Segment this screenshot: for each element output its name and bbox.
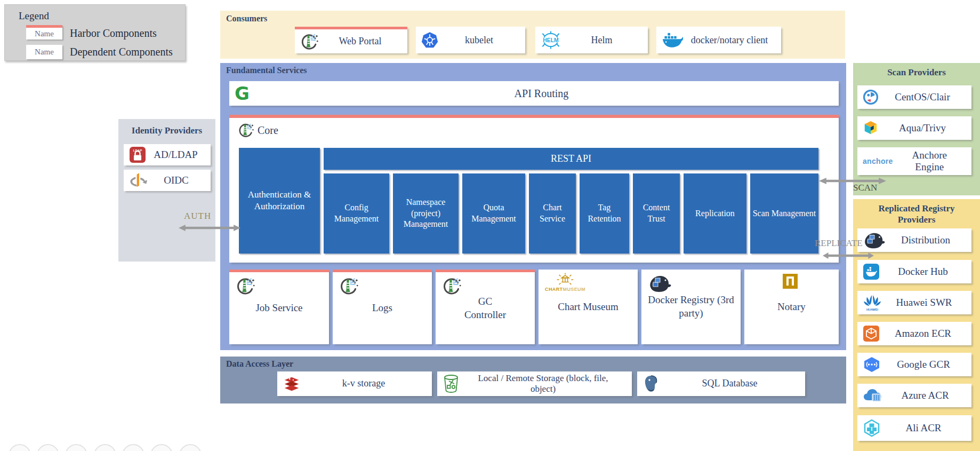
legend-dependent-label: Dependent Components xyxy=(70,46,173,58)
docker-hub-label: Docker Hub xyxy=(880,266,966,278)
kv-storage-label: k-v storage xyxy=(301,378,427,390)
registry-whale-icon xyxy=(648,274,671,293)
azure-acr-label: Azure ACR xyxy=(884,390,966,401)
web-portal-box: Web Portal xyxy=(295,27,407,53)
helm-label: Helm xyxy=(561,35,642,46)
logs-box: Logs xyxy=(333,270,432,344)
docker-registry-box: Docker Registry (3rd party) xyxy=(641,270,741,344)
openid-icon xyxy=(129,172,147,188)
replicate-arrow-label: REPLICATE xyxy=(815,238,863,249)
kubelet-box: kubelet xyxy=(416,27,525,53)
chart-museum-label: Chart Museum xyxy=(558,300,618,314)
docker-notary-client-label: docker/notary client xyxy=(683,35,776,46)
job-service-label: Job Service xyxy=(255,302,302,315)
ali-acr-icon xyxy=(863,419,881,437)
scan-providers-panel: Scan Providers CentOS/Clair xyxy=(853,63,980,195)
amazon-ecr-icon xyxy=(863,325,880,342)
legend-dependent-chip: Name xyxy=(26,45,62,59)
gc-controller-box: GC Controller xyxy=(436,270,535,344)
api-routing-label: API Routing xyxy=(250,88,833,100)
centos-clair-box: CentOS/Clair xyxy=(857,85,971,109)
harbor-icon xyxy=(339,276,358,296)
harbor-icon xyxy=(300,33,318,51)
legend-chip-label: Name xyxy=(35,48,54,57)
distribution-whale-icon xyxy=(863,231,885,250)
ad-ldap-label: AD/LDAP xyxy=(146,149,205,161)
legend-panel: Legend Name Harbor Components Name Depen… xyxy=(4,4,186,61)
helm-box: HELM Helm xyxy=(535,27,648,53)
svg-text:HELM: HELM xyxy=(543,37,558,43)
kubelet-label: kubelet xyxy=(438,35,520,46)
harbor-architecture-diagram: Legend Name Harbor Components Name Depen… xyxy=(0,0,980,451)
ldap-icon: LDAP xyxy=(129,146,146,163)
identity-providers-panel: Identity Providers LDAP AD/LDAP xyxy=(118,119,215,262)
storage-bucket-icon xyxy=(443,374,460,393)
huawei-icon: HUAWEI xyxy=(863,294,882,311)
identity-providers-title: Identity Providers xyxy=(118,125,215,136)
fundamental-services-title: Fundamental Services xyxy=(226,66,307,75)
authentication-authorization-box: Authentication & Authorization xyxy=(239,148,320,254)
module-tag-retention: Tag Retention xyxy=(580,173,629,254)
azure-acr-icon xyxy=(863,387,884,403)
huawei-swr-label: Huawei SWR xyxy=(882,297,966,308)
kv-storage-box: k-v storage xyxy=(277,371,432,396)
oidc-box: OIDC xyxy=(124,170,211,191)
notary-box: Notary xyxy=(744,270,839,344)
docker-hub-icon xyxy=(863,263,880,280)
distribution-label: Distribution xyxy=(885,234,966,246)
amazon-ecr-label: Amazon ECR xyxy=(880,328,966,339)
scan-arrow-label: SCAN xyxy=(853,183,877,193)
sql-database-label: SQL Database xyxy=(660,378,800,390)
local-remote-storage-label: Local / Remote Storage (block, file, obj… xyxy=(471,373,615,395)
ali-acr-label: Ali ACR xyxy=(881,422,966,434)
sql-database-box: SQL Database xyxy=(637,371,805,396)
aqua-trivy-box: Aqua/Trivy xyxy=(857,116,971,140)
core-label: Core xyxy=(258,124,278,137)
data-access-layer-panel: Data Access Layer k-v storage xyxy=(220,357,846,403)
kubernetes-icon xyxy=(421,31,438,49)
oidc-label: OIDC xyxy=(147,175,205,186)
legend-harbor-chip: Name xyxy=(26,25,62,39)
svg-text:HUAWEI: HUAWEI xyxy=(866,308,878,311)
clair-icon xyxy=(863,89,879,105)
docker-icon xyxy=(662,32,683,48)
module-content-trust: Content Trust xyxy=(633,173,680,254)
core-header: Core xyxy=(238,122,278,138)
consumers-title: Consumers xyxy=(226,14,267,23)
huawei-swr-box: HUAWEI Huawei SWR xyxy=(857,291,971,314)
replicate-arrow xyxy=(823,251,874,260)
google-gcr-box: Google GCR xyxy=(857,353,971,376)
legend-title: Legend xyxy=(19,10,49,22)
auth-arrow xyxy=(179,224,240,232)
google-gcr-label: Google GCR xyxy=(881,359,966,370)
core-modules-row: Config Management Namespace (project) Ma… xyxy=(324,173,818,254)
docker-registry-label: Docker Registry (3rd party) xyxy=(646,294,736,320)
harbor-icon xyxy=(442,276,461,296)
bottom-thumbnail-circles xyxy=(0,438,224,451)
legend-harbor-label: Harbor Components xyxy=(70,27,157,39)
module-chart-service: Chart Service xyxy=(529,173,576,254)
module-namespace-management: Namespace (project) Management xyxy=(393,173,459,254)
anchore-engine-box: anchore Anchore Engine xyxy=(857,147,971,175)
redis-icon xyxy=(283,376,301,392)
auth-arrow-label: AUTH xyxy=(184,211,211,221)
notary-icon xyxy=(783,274,798,289)
core-box: Core Authentication & Authorization REST… xyxy=(229,115,839,263)
ad-ldap-box: LDAP AD/LDAP xyxy=(124,144,211,165)
anchore-icon: anchore xyxy=(863,157,893,165)
distribution-box: Distribution xyxy=(857,228,971,252)
gc-controller-label: GC Controller xyxy=(459,295,512,321)
harbor-icon xyxy=(236,276,255,296)
scan-providers-title: Scan Providers xyxy=(853,67,980,78)
module-replication: Replication xyxy=(684,173,746,254)
replicated-registry-providers-panel: Replicated Registry Providers Distributi… xyxy=(853,199,980,451)
rest-api-bar: REST API xyxy=(324,148,818,170)
legend-chip-label: Name xyxy=(35,29,54,38)
centos-clair-label: CentOS/Clair xyxy=(879,91,966,103)
replicated-registry-providers-title: Replicated Registry Providers xyxy=(863,203,970,226)
module-config-management: Config Management xyxy=(324,173,389,254)
module-scan-management: Scan Management xyxy=(750,173,818,254)
module-quota-management: Quota Management xyxy=(462,173,525,254)
chartmuseum-icon: CHARTMUSEUM xyxy=(545,273,585,292)
google-gcr-icon xyxy=(863,357,881,373)
